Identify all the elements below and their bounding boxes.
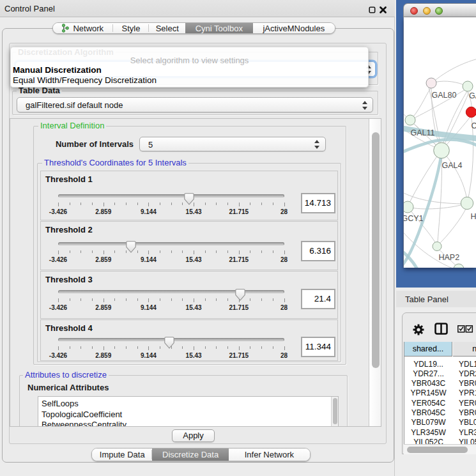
settings-vertical-scrollbar[interactable] [369, 119, 381, 426]
tab-style[interactable]: Style [113, 23, 150, 33]
slider-tick-label: 28 [265, 304, 303, 311]
slider-tick [58, 298, 59, 303]
float-window-icon[interactable] [369, 6, 376, 13]
network-node-gcy1[interactable] [404, 201, 413, 213]
slider-tick [160, 250, 160, 254]
node-label: C [472, 121, 476, 130]
threshold-2-value-field[interactable]: 6.316 [301, 241, 335, 261]
cell: YBR045C [453, 408, 476, 417]
slider-tick [194, 250, 194, 255]
slider-track[interactable] [58, 194, 284, 197]
threshold-4-panel: Threshold 4 -3.4262.8599.14415.4321.7152… [40, 319, 338, 361]
slider-tick [114, 250, 115, 254]
table-row[interactable]: YBR043CYBR043C [404, 378, 476, 388]
network-node-gal80[interactable] [426, 78, 436, 88]
slider-tick [92, 250, 93, 254]
network-node-top[interactable] [463, 81, 473, 91]
popup-placeholder-item[interactable]: Select algorithm to view settings [11, 56, 368, 65]
network-canvas[interactable]: GAL80 GA C GAL11 GAL4 GCY1 H HAP2 [404, 17, 476, 268]
network-icon [62, 24, 69, 33]
table-horizontal-scrollbar[interactable] [404, 444, 476, 454]
number-of-intervals-label: Number of Intervals [23, 139, 134, 149]
network-node-h[interactable] [461, 197, 473, 209]
slider-tick [227, 298, 228, 302]
gear-icon[interactable] [412, 323, 425, 336]
slider-tick [148, 203, 149, 207]
close-icon[interactable] [379, 6, 387, 14]
slider-thumb[interactable] [126, 241, 136, 253]
control-panel-window: Control Panel Network Style [0, 0, 395, 476]
number-of-intervals-combobox[interactable]: 5 [139, 137, 326, 151]
slider-track[interactable] [58, 290, 284, 293]
close-traffic-light[interactable] [410, 7, 418, 15]
table-row[interactable]: YBL079WYBL079W [404, 417, 476, 427]
slider-thumb[interactable] [235, 289, 245, 301]
checkboxes-icon[interactable] [457, 325, 473, 333]
minimize-traffic-light[interactable] [423, 7, 431, 15]
network-node-selected-red[interactable] [466, 107, 476, 117]
slider-track[interactable] [58, 242, 284, 245]
network-node-gal4[interactable] [434, 142, 450, 158]
slider-tick [104, 298, 104, 303]
threshold-3-slider[interactable]: -3.4262.8599.14415.4321.71528 [58, 272, 284, 318]
numerical-attributes-label: Numerical Attributes [27, 383, 109, 392]
tab-discretize-data[interactable]: Discretize Data [152, 449, 228, 461]
tab-select[interactable]: Select [149, 23, 185, 33]
column-header-name[interactable]: name [453, 342, 476, 357]
table-row[interactable]: YLR345WYLR345W [404, 427, 476, 437]
tab-impute-data[interactable]: Impute Data [92, 449, 152, 461]
slider-thumb[interactable] [164, 337, 174, 349]
threshold-3-value-field[interactable]: 21.4 [301, 289, 335, 309]
tab-cyni-toolbox[interactable]: Cyni Toolbox [185, 23, 253, 33]
network-node-hap2[interactable] [433, 242, 441, 251]
network-node-gal11[interactable] [405, 115, 415, 125]
scrollbar-thumb[interactable] [407, 447, 468, 453]
window-title: Control Panel [4, 4, 55, 13]
slider-tick [250, 298, 250, 302]
slider-tick [148, 298, 149, 303]
slider-tick [171, 203, 172, 206]
tab-infer-network-label: Infer Network [245, 450, 294, 459]
zoom-traffic-light[interactable] [435, 7, 443, 15]
column-header-shared-name[interactable]: shared... [404, 342, 452, 357]
table-row[interactable]: YER054CYER054C [404, 398, 476, 408]
tab-network[interactable]: Network [53, 23, 113, 33]
popup-option-manual-discretization[interactable]: Manual Discretization [13, 65, 102, 75]
slider-thumb[interactable] [184, 193, 194, 205]
slider-tick-label: -3.426 [39, 304, 77, 311]
slider-tick [182, 250, 183, 254]
slider-tick-label: 2.859 [84, 208, 123, 215]
columns-icon[interactable] [434, 323, 448, 335]
table-data-combobox[interactable]: galFiltered.sif default node [17, 97, 373, 112]
list-item[interactable]: TopologicalCoefficient [42, 410, 122, 419]
table-row[interactable]: YBR045CYBR045C [404, 408, 476, 417]
slider-tick [70, 346, 70, 349]
slider-tick [126, 203, 127, 206]
slider-tick [239, 346, 240, 351]
list-item[interactable]: BetweennessCentrality [42, 420, 127, 427]
threshold-1-slider[interactable]: -3.4262.8599.14415.4321.71528 [58, 171, 284, 220]
slider-tick-label: -3.426 [39, 352, 77, 359]
apply-button[interactable]: Apply [172, 429, 215, 442]
table-row[interactable]: YDR27...YDR277C [404, 369, 476, 378]
table-row[interactable]: YIL052CYIL052C [404, 437, 476, 444]
threshold-2-slider[interactable]: -3.4262.8599.14415.4321.71528 [58, 222, 284, 270]
table-row[interactable]: YPR145WYPR145W [404, 388, 476, 397]
network-window-titlebar[interactable] [403, 3, 476, 17]
table-row[interactable]: YDL19...YDL194W [404, 359, 476, 369]
threshold-1-panel: Threshold 1 -3.4262.8599.14415.4321.7152… [40, 171, 338, 220]
threshold-4-value-field[interactable]: 11.344 [301, 337, 335, 357]
tab-infer-network[interactable]: Infer Network [229, 449, 310, 461]
attributes-list-scrollbar[interactable] [331, 397, 338, 427]
slider-tick [216, 298, 217, 302]
popup-option-equal-width[interactable]: Equal Width/Frequency Discretization [13, 75, 157, 85]
scrollbar-thumb[interactable] [372, 132, 380, 368]
tab-jactivemnodules[interactable]: jActiveMNodules [253, 23, 335, 33]
threshold-1-value-field[interactable]: 14.713 [301, 193, 335, 213]
scrollbar-thumb[interactable] [333, 398, 337, 424]
cell: YER054C [404, 399, 452, 408]
threshold-4-slider[interactable]: -3.4262.8599.14415.4321.71528 [58, 320, 284, 360]
slider-tick [205, 203, 206, 206]
list-item[interactable]: SelfLoops [42, 399, 79, 408]
combo-arrows-icon [314, 140, 319, 149]
